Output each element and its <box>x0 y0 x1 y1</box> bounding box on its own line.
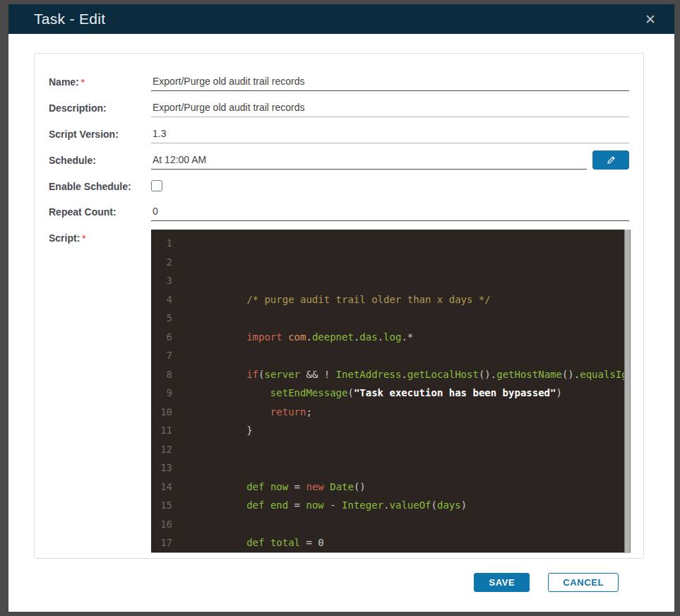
close-icon[interactable]: ✕ <box>642 11 659 28</box>
script-label: Script:* <box>49 230 151 245</box>
code-line: 11 } <box>151 421 631 440</box>
field-row-name: Name:* <box>49 73 629 91</box>
save-button[interactable]: SAVE <box>474 573 530 592</box>
pencil-icon <box>606 155 616 165</box>
script-version-label: Script Version: <box>49 126 151 141</box>
code-line: 14 def now = new Date() <box>151 478 631 497</box>
field-row-description: Description: <box>49 100 629 117</box>
required-asterisk: * <box>81 77 85 88</box>
description-label: Description: <box>49 100 151 115</box>
script-editor[interactable]: 1234 /* purge audit trail older than x d… <box>151 230 631 553</box>
code-line: 2 <box>151 253 631 272</box>
code-line: 17 def total = 0 <box>151 533 631 552</box>
code-line: 15 def end = now - Integer.valueOf(days) <box>151 496 631 515</box>
field-row-repeat-count: Repeat Count: <box>49 203 629 221</box>
enable-schedule-label: Enable Schedule: <box>49 178 151 194</box>
schedule-label: Schedule: <box>49 152 151 167</box>
code-line: 5 <box>151 309 631 328</box>
code-line: 12 <box>151 440 631 459</box>
field-row-schedule: Schedule: <box>49 152 629 170</box>
schedule-input[interactable] <box>151 152 587 170</box>
modal-title: Task - Edit <box>34 11 105 28</box>
editor-vertical-scrollbar[interactable] <box>624 230 631 552</box>
task-edit-modal: Task - Edit ✕ Name:* Description: Script… <box>8 4 674 612</box>
code-line: 6 import com.deepnet.das.log.* <box>151 328 631 347</box>
code-line: 13 <box>151 458 631 478</box>
repeat-count-input[interactable] <box>151 203 629 221</box>
code-line: 1 <box>151 234 631 253</box>
code-line: 4 /* purge audit trail older than x days… <box>151 290 631 309</box>
field-row-enable-schedule: Enable Schedule: <box>49 178 629 194</box>
enable-schedule-checkbox[interactable] <box>151 180 162 191</box>
form-card: Name:* Description: Script Version: Sche… <box>34 53 644 559</box>
name-label: Name:* <box>49 73 151 89</box>
code-line: 8 if(server && ! InetAddress.getLocalHos… <box>151 365 631 384</box>
code-line: 7 <box>151 346 631 365</box>
field-row-script: Script:* 1234 /* purge audit trail older… <box>49 230 629 553</box>
code-lines: 1234 /* purge audit trail older than x d… <box>151 230 631 552</box>
edit-schedule-button[interactable] <box>592 150 629 170</box>
name-input[interactable] <box>151 73 629 91</box>
code-line: 9 setEndMessage("Task execution has been… <box>151 384 631 403</box>
description-input[interactable] <box>151 100 629 117</box>
code-line: 3 <box>151 271 631 290</box>
code-line: 16 <box>151 515 631 534</box>
modal-body: Name:* Description: Script Version: Sche… <box>8 34 674 612</box>
required-asterisk: * <box>82 233 85 244</box>
modal-header: Task - Edit ✕ <box>8 4 674 34</box>
code-line: 10 return; <box>151 403 631 422</box>
script-version-input[interactable] <box>151 126 629 143</box>
repeat-count-label: Repeat Count: <box>49 203 151 219</box>
cancel-button[interactable]: CANCEL <box>548 573 619 592</box>
field-row-script-version: Script Version: <box>49 126 629 143</box>
modal-footer: SAVE CANCEL <box>34 559 644 592</box>
